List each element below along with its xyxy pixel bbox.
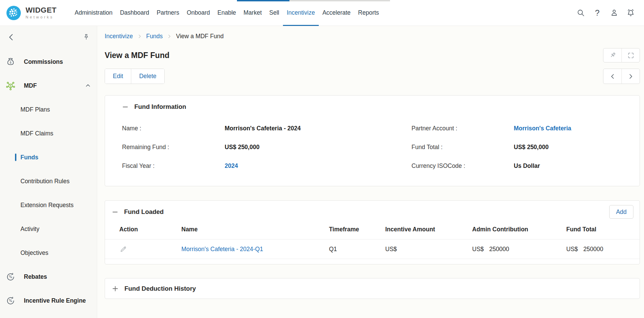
svg-text:$: $ bbox=[10, 84, 12, 88]
amount-value: 250000 bbox=[489, 246, 509, 252]
edit-row-pencil-icon[interactable] bbox=[119, 245, 128, 253]
main-content: Incentivize Funds View a MDF Fund View a… bbox=[97, 26, 644, 318]
nav-sell[interactable]: Sell bbox=[266, 0, 283, 26]
next-record-icon[interactable] bbox=[621, 69, 640, 84]
sidebar-item-mdf[interactable]: $ MDF bbox=[0, 74, 97, 98]
header-icon-group: ? bbox=[576, 9, 635, 17]
sidebar-item-label: Incentive Rule Engine bbox=[24, 297, 86, 304]
sidebar-collapse-icon[interactable] bbox=[7, 33, 16, 42]
breadcrumb-current: View a MDF Fund bbox=[176, 33, 224, 40]
nav-reports[interactable]: Reports bbox=[354, 0, 383, 26]
cell-incentive-amount: US$ bbox=[385, 246, 472, 253]
amount-value: 250000 bbox=[583, 246, 603, 252]
sidebar-item-mdf-claims[interactable]: MDF Claims bbox=[0, 121, 97, 145]
svg-text:$: $ bbox=[10, 60, 12, 64]
record-actions-group: Edit Delete bbox=[105, 69, 165, 84]
svg-text:%: % bbox=[9, 275, 12, 279]
collapse-minus-icon[interactable] bbox=[122, 104, 129, 110]
svg-text:%: % bbox=[9, 299, 12, 303]
money-bag-icon: $ bbox=[5, 57, 16, 67]
top-progress-strip-track bbox=[289, 0, 390, 1]
top-progress-strip bbox=[237, 0, 289, 1]
nav-market[interactable]: Market bbox=[240, 0, 265, 26]
user-icon[interactable] bbox=[610, 9, 618, 17]
nav-onboard[interactable]: Onboard bbox=[183, 0, 214, 26]
logo-title: WIDGET bbox=[26, 6, 57, 14]
top-navigation-bar: WIDGET Networks Administration Dashboard… bbox=[0, 0, 644, 26]
chevron-up-icon[interactable] bbox=[85, 82, 91, 89]
sidebar-item-objectives[interactable]: Objectives bbox=[0, 241, 97, 265]
sidebar-pin-icon[interactable] bbox=[83, 33, 90, 41]
delete-button[interactable]: Delete bbox=[131, 69, 164, 84]
field-label-remaining-fund: Remaining Fund : bbox=[122, 144, 225, 151]
fund-loaded-name-link[interactable]: Morrison's Cafeteria - 2024-Q1 bbox=[181, 246, 329, 253]
notifications-icon[interactable] bbox=[626, 9, 635, 17]
panel-title: Fund Information bbox=[134, 103, 186, 111]
cell-timeframe: Q1 bbox=[329, 246, 385, 253]
collapse-minus-icon[interactable] bbox=[112, 209, 118, 215]
col-action: Action bbox=[119, 226, 181, 233]
nav-incentivize[interactable]: Incentivize bbox=[283, 0, 319, 26]
fullscreen-icon[interactable] bbox=[621, 48, 640, 62]
sidebar-item-activity[interactable]: Activity bbox=[0, 217, 97, 241]
page-title: View a MDF Fund bbox=[105, 51, 169, 60]
pin-page-icon[interactable] bbox=[603, 48, 621, 62]
fund-information-panel: Fund Information Name : Morrison's Cafet… bbox=[105, 95, 640, 186]
sidebar-item-contribution-rules[interactable]: Contribution Rules bbox=[0, 169, 97, 193]
field-value-currency-isocode: Us Dollar bbox=[514, 162, 623, 170]
nav-administration[interactable]: Administration bbox=[71, 0, 116, 26]
field-label-fund-total: Fund Total : bbox=[411, 144, 514, 151]
breadcrumb-funds[interactable]: Funds bbox=[146, 33, 163, 40]
percent-circle-icon: % bbox=[5, 272, 16, 281]
field-value-remaining-fund: US$ 250,000 bbox=[225, 144, 411, 151]
table-row: Morrison's Cafeteria - 2024-Q1 Q1 US$ US… bbox=[105, 240, 640, 259]
field-label-partner-account: Partner Account : bbox=[411, 125, 514, 132]
sidebar-item-commissions[interactable]: $ Commissions bbox=[0, 50, 97, 74]
breadcrumb: Incentivize Funds View a MDF Fund bbox=[105, 33, 640, 40]
brand-logo[interactable]: WIDGET Networks bbox=[6, 5, 57, 21]
panel-title: Fund Deduction History bbox=[124, 285, 196, 292]
chevron-right-icon bbox=[137, 34, 142, 39]
logo-dots-icon bbox=[6, 5, 21, 21]
field-label-currency-isocode: Currency ISOCode : bbox=[411, 162, 514, 170]
help-icon[interactable]: ? bbox=[593, 9, 602, 17]
sidebar: $ Commissions $ MDF bbox=[0, 26, 97, 318]
field-value-name: Morrison's Cafeteria - 2024 bbox=[225, 125, 411, 132]
field-label-name: Name : bbox=[122, 125, 225, 132]
sidebar-item-extension-requests[interactable]: Extension Requests bbox=[0, 193, 97, 217]
sidebar-item-label: MDF bbox=[24, 82, 37, 89]
col-admin-contribution: Admin Contribution bbox=[472, 226, 566, 233]
currency-prefix: US$ bbox=[385, 246, 397, 252]
fund-loaded-panel: Fund Loaded Add Action Name Timeframe In… bbox=[105, 200, 640, 264]
logo-subtitle: Networks bbox=[26, 15, 57, 19]
sidebar-item-label: Rebates bbox=[24, 273, 47, 280]
fund-deduction-history-panel: Fund Deduction History bbox=[105, 278, 640, 299]
sidebar-item-funds[interactable]: Funds bbox=[0, 145, 97, 169]
mdf-network-icon: $ bbox=[5, 80, 16, 91]
breadcrumb-incentivize[interactable]: Incentivize bbox=[105, 33, 133, 40]
previous-record-icon[interactable] bbox=[603, 69, 621, 84]
fund-loaded-table-header: Action Name Timeframe Incentive Amount A… bbox=[105, 220, 640, 240]
nav-partners[interactable]: Partners bbox=[153, 0, 183, 26]
page-tools-group bbox=[603, 48, 640, 62]
field-label-fiscal-year: Fiscal Year : bbox=[122, 162, 225, 170]
expand-plus-icon[interactable] bbox=[112, 285, 119, 292]
field-value-fiscal-year[interactable]: 2024 bbox=[225, 162, 411, 170]
currency-prefix: US$ bbox=[472, 246, 484, 252]
nav-accelerate[interactable]: Accelerate bbox=[319, 0, 355, 26]
record-pager-group bbox=[603, 69, 640, 84]
nav-enable[interactable]: Enable bbox=[214, 0, 240, 26]
col-incentive-amount: Incentive Amount bbox=[385, 226, 472, 233]
percent-circle-icon: % bbox=[5, 296, 16, 305]
cell-admin-contribution: US$250000 bbox=[472, 246, 566, 253]
nav-dashboard[interactable]: Dashboard bbox=[116, 0, 153, 26]
sidebar-item-mdf-plans[interactable]: MDF Plans bbox=[0, 98, 97, 121]
field-value-partner-account[interactable]: Morrison's Cafeteria bbox=[514, 125, 623, 132]
search-icon[interactable] bbox=[576, 9, 585, 17]
add-button[interactable]: Add bbox=[609, 205, 633, 219]
field-value-fund-total: US$ 250,000 bbox=[514, 144, 623, 151]
edit-button[interactable]: Edit bbox=[105, 69, 131, 84]
sidebar-item-rebates[interactable]: % Rebates bbox=[0, 265, 97, 289]
sidebar-item-incentive-rule-engine[interactable]: % Incentive Rule Engine bbox=[0, 289, 97, 313]
col-name: Name bbox=[181, 226, 329, 233]
